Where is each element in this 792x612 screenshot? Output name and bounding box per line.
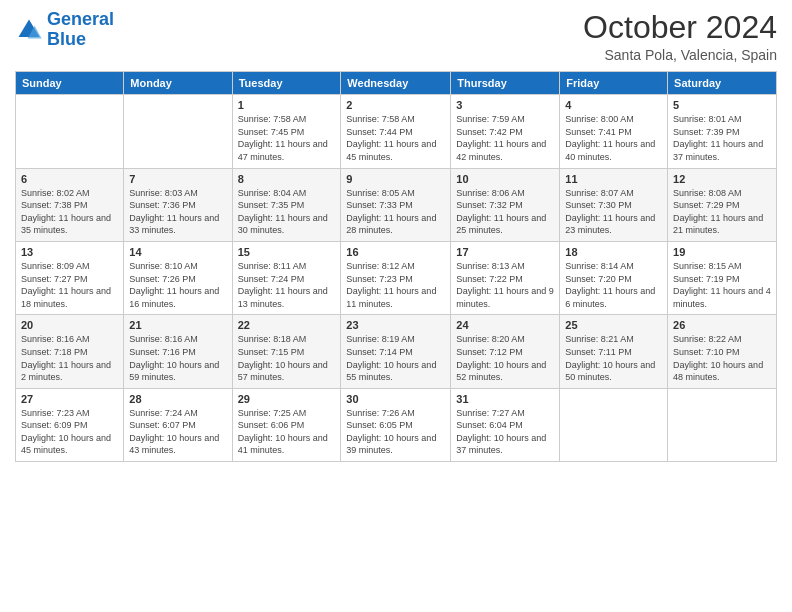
- day-detail: Sunrise: 8:19 AMSunset: 7:14 PMDaylight:…: [346, 333, 445, 383]
- col-tuesday: Tuesday: [232, 72, 341, 95]
- table-row: 19 Sunrise: 8:15 AMSunset: 7:19 PMDaylig…: [668, 241, 777, 314]
- calendar-row-1: 6 Sunrise: 8:02 AMSunset: 7:38 PMDayligh…: [16, 168, 777, 241]
- day-detail: Sunrise: 7:58 AMSunset: 7:45 PMDaylight:…: [238, 113, 336, 163]
- table-row: [560, 388, 668, 461]
- table-row: 26 Sunrise: 8:22 AMSunset: 7:10 PMDaylig…: [668, 315, 777, 388]
- table-row: 14 Sunrise: 8:10 AMSunset: 7:26 PMDaylig…: [124, 241, 232, 314]
- day-number: 19: [673, 246, 771, 258]
- calendar-header-row: Sunday Monday Tuesday Wednesday Thursday…: [16, 72, 777, 95]
- table-row: 24 Sunrise: 8:20 AMSunset: 7:12 PMDaylig…: [451, 315, 560, 388]
- col-sunday: Sunday: [16, 72, 124, 95]
- table-row: [668, 388, 777, 461]
- calendar-row-0: 1 Sunrise: 7:58 AMSunset: 7:45 PMDayligh…: [16, 95, 777, 168]
- table-row: 4 Sunrise: 8:00 AMSunset: 7:41 PMDayligh…: [560, 95, 668, 168]
- day-number: 11: [565, 173, 662, 185]
- day-number: 6: [21, 173, 118, 185]
- day-detail: Sunrise: 8:12 AMSunset: 7:23 PMDaylight:…: [346, 260, 445, 310]
- page: General Blue October 2024 Santa Pola, Va…: [0, 0, 792, 612]
- col-friday: Friday: [560, 72, 668, 95]
- day-detail: Sunrise: 8:22 AMSunset: 7:10 PMDaylight:…: [673, 333, 771, 383]
- day-number: 12: [673, 173, 771, 185]
- table-row: 13 Sunrise: 8:09 AMSunset: 7:27 PMDaylig…: [16, 241, 124, 314]
- day-detail: Sunrise: 8:05 AMSunset: 7:33 PMDaylight:…: [346, 187, 445, 237]
- day-number: 7: [129, 173, 226, 185]
- table-row: 12 Sunrise: 8:08 AMSunset: 7:29 PMDaylig…: [668, 168, 777, 241]
- location: Santa Pola, Valencia, Spain: [583, 47, 777, 63]
- day-detail: Sunrise: 8:13 AMSunset: 7:22 PMDaylight:…: [456, 260, 554, 310]
- table-row: 27 Sunrise: 7:23 AMSunset: 6:09 PMDaylig…: [16, 388, 124, 461]
- table-row: 7 Sunrise: 8:03 AMSunset: 7:36 PMDayligh…: [124, 168, 232, 241]
- day-detail: Sunrise: 8:02 AMSunset: 7:38 PMDaylight:…: [21, 187, 118, 237]
- day-number: 3: [456, 99, 554, 111]
- logo-general: General: [47, 9, 114, 29]
- day-detail: Sunrise: 8:18 AMSunset: 7:15 PMDaylight:…: [238, 333, 336, 383]
- day-number: 27: [21, 393, 118, 405]
- logo-blue: Blue: [47, 29, 86, 49]
- table-row: [124, 95, 232, 168]
- day-number: 21: [129, 319, 226, 331]
- table-row: [16, 95, 124, 168]
- calendar-row-4: 27 Sunrise: 7:23 AMSunset: 6:09 PMDaylig…: [16, 388, 777, 461]
- day-number: 9: [346, 173, 445, 185]
- logo-text: General Blue: [47, 10, 114, 50]
- calendar-row-2: 13 Sunrise: 8:09 AMSunset: 7:27 PMDaylig…: [16, 241, 777, 314]
- month-title: October 2024: [583, 10, 777, 45]
- table-row: 3 Sunrise: 7:59 AMSunset: 7:42 PMDayligh…: [451, 95, 560, 168]
- day-detail: Sunrise: 7:27 AMSunset: 6:04 PMDaylight:…: [456, 407, 554, 457]
- day-number: 26: [673, 319, 771, 331]
- day-number: 20: [21, 319, 118, 331]
- day-number: 17: [456, 246, 554, 258]
- col-thursday: Thursday: [451, 72, 560, 95]
- table-row: 16 Sunrise: 8:12 AMSunset: 7:23 PMDaylig…: [341, 241, 451, 314]
- table-row: 20 Sunrise: 8:16 AMSunset: 7:18 PMDaylig…: [16, 315, 124, 388]
- table-row: 22 Sunrise: 8:18 AMSunset: 7:15 PMDaylig…: [232, 315, 341, 388]
- day-number: 22: [238, 319, 336, 331]
- day-detail: Sunrise: 8:14 AMSunset: 7:20 PMDaylight:…: [565, 260, 662, 310]
- day-number: 30: [346, 393, 445, 405]
- day-detail: Sunrise: 8:06 AMSunset: 7:32 PMDaylight:…: [456, 187, 554, 237]
- table-row: 29 Sunrise: 7:25 AMSunset: 6:06 PMDaylig…: [232, 388, 341, 461]
- day-detail: Sunrise: 8:00 AMSunset: 7:41 PMDaylight:…: [565, 113, 662, 163]
- day-number: 24: [456, 319, 554, 331]
- day-detail: Sunrise: 7:24 AMSunset: 6:07 PMDaylight:…: [129, 407, 226, 457]
- day-detail: Sunrise: 7:23 AMSunset: 6:09 PMDaylight:…: [21, 407, 118, 457]
- day-detail: Sunrise: 8:03 AMSunset: 7:36 PMDaylight:…: [129, 187, 226, 237]
- day-number: 13: [21, 246, 118, 258]
- day-number: 1: [238, 99, 336, 111]
- col-monday: Monday: [124, 72, 232, 95]
- day-detail: Sunrise: 8:21 AMSunset: 7:11 PMDaylight:…: [565, 333, 662, 383]
- day-number: 5: [673, 99, 771, 111]
- day-number: 4: [565, 99, 662, 111]
- table-row: 8 Sunrise: 8:04 AMSunset: 7:35 PMDayligh…: [232, 168, 341, 241]
- day-number: 23: [346, 319, 445, 331]
- day-number: 2: [346, 99, 445, 111]
- day-number: 28: [129, 393, 226, 405]
- table-row: 5 Sunrise: 8:01 AMSunset: 7:39 PMDayligh…: [668, 95, 777, 168]
- header: General Blue October 2024 Santa Pola, Va…: [15, 10, 777, 63]
- day-number: 8: [238, 173, 336, 185]
- calendar-table: Sunday Monday Tuesday Wednesday Thursday…: [15, 71, 777, 462]
- table-row: 21 Sunrise: 8:16 AMSunset: 7:16 PMDaylig…: [124, 315, 232, 388]
- day-number: 14: [129, 246, 226, 258]
- table-row: 17 Sunrise: 8:13 AMSunset: 7:22 PMDaylig…: [451, 241, 560, 314]
- day-detail: Sunrise: 8:15 AMSunset: 7:19 PMDaylight:…: [673, 260, 771, 310]
- table-row: 30 Sunrise: 7:26 AMSunset: 6:05 PMDaylig…: [341, 388, 451, 461]
- table-row: 28 Sunrise: 7:24 AMSunset: 6:07 PMDaylig…: [124, 388, 232, 461]
- day-detail: Sunrise: 7:26 AMSunset: 6:05 PMDaylight:…: [346, 407, 445, 457]
- table-row: 25 Sunrise: 8:21 AMSunset: 7:11 PMDaylig…: [560, 315, 668, 388]
- day-detail: Sunrise: 7:58 AMSunset: 7:44 PMDaylight:…: [346, 113, 445, 163]
- table-row: 6 Sunrise: 8:02 AMSunset: 7:38 PMDayligh…: [16, 168, 124, 241]
- day-detail: Sunrise: 8:10 AMSunset: 7:26 PMDaylight:…: [129, 260, 226, 310]
- day-number: 15: [238, 246, 336, 258]
- day-number: 29: [238, 393, 336, 405]
- day-detail: Sunrise: 7:59 AMSunset: 7:42 PMDaylight:…: [456, 113, 554, 163]
- day-number: 31: [456, 393, 554, 405]
- day-detail: Sunrise: 8:11 AMSunset: 7:24 PMDaylight:…: [238, 260, 336, 310]
- day-number: 25: [565, 319, 662, 331]
- day-detail: Sunrise: 8:20 AMSunset: 7:12 PMDaylight:…: [456, 333, 554, 383]
- day-detail: Sunrise: 8:09 AMSunset: 7:27 PMDaylight:…: [21, 260, 118, 310]
- table-row: 23 Sunrise: 8:19 AMSunset: 7:14 PMDaylig…: [341, 315, 451, 388]
- table-row: 18 Sunrise: 8:14 AMSunset: 7:20 PMDaylig…: [560, 241, 668, 314]
- logo: General Blue: [15, 10, 114, 50]
- table-row: 10 Sunrise: 8:06 AMSunset: 7:32 PMDaylig…: [451, 168, 560, 241]
